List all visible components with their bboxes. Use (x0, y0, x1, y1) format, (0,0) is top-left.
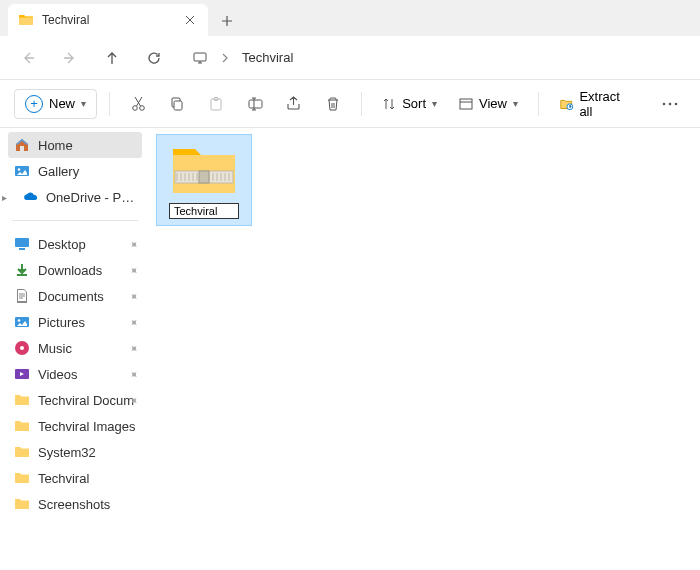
sidebar-item-music[interactable]: Music ✦ (8, 335, 142, 361)
zip-folder-icon (169, 141, 239, 199)
svg-rect-6 (249, 100, 262, 108)
downloads-icon (14, 262, 30, 278)
sidebar-item-downloads[interactable]: Downloads ✦ (8, 257, 142, 283)
sidebar-item-label: Music (38, 341, 136, 356)
plus-icon: + (25, 95, 43, 113)
sidebar-item-folder[interactable]: Screenshots (8, 491, 142, 517)
extract-all-button[interactable]: Extract all (551, 84, 639, 124)
sidebar-item-folder[interactable]: System32 (8, 439, 142, 465)
tab-title: Techviral (42, 13, 182, 27)
sidebar-item-videos[interactable]: Videos ✦ (8, 361, 142, 387)
navbar: Techviral (0, 36, 700, 80)
sidebar-item-label: Desktop (38, 237, 136, 252)
toolbar-separator (538, 92, 539, 116)
view-button[interactable]: View ▾ (451, 91, 526, 116)
sidebar-item-documents[interactable]: Documents ✦ (8, 283, 142, 309)
sidebar-item-gallery[interactable]: Gallery (8, 158, 142, 184)
sidebar-item-label: Downloads (38, 263, 136, 278)
svg-rect-16 (17, 274, 27, 276)
svg-point-18 (18, 319, 21, 322)
svg-rect-3 (174, 101, 182, 110)
monitor-icon (192, 50, 208, 66)
pictures-icon (14, 314, 30, 330)
sidebar-item-label: Gallery (38, 164, 136, 179)
chevron-down-icon: ▾ (81, 98, 86, 109)
forward-button[interactable] (58, 46, 82, 70)
breadcrumb[interactable]: Techviral (192, 50, 293, 66)
close-tab-button[interactable] (182, 12, 198, 28)
svg-rect-14 (15, 238, 29, 247)
videos-icon (14, 366, 30, 382)
view-label: View (479, 96, 507, 111)
extract-icon (559, 96, 574, 112)
new-tab-button[interactable] (212, 6, 242, 36)
svg-rect-7 (460, 99, 472, 109)
paste-button[interactable] (200, 86, 233, 122)
sidebar-item-label: Techviral Images (38, 419, 136, 434)
share-button[interactable] (277, 86, 310, 122)
view-icon (459, 97, 473, 111)
back-button[interactable] (16, 46, 40, 70)
gallery-icon (14, 163, 30, 179)
toolbar: + New ▾ Sort ▾ View ▾ Extract all (0, 80, 700, 128)
breadcrumb-current[interactable]: Techviral (242, 50, 293, 65)
folder-icon (14, 418, 30, 434)
sidebar-item-label: Screenshots (38, 497, 136, 512)
folder-icon (14, 496, 30, 512)
sidebar-separator (12, 220, 138, 221)
sidebar-item-folder[interactable]: Techviral Docum ✦ (8, 387, 142, 413)
sidebar-item-label: Home (38, 138, 136, 153)
up-button[interactable] (100, 46, 124, 70)
new-button-label: New (49, 96, 75, 111)
sidebar-item-home[interactable]: Home (8, 132, 142, 158)
chevron-right-icon[interactable]: ▸ (2, 192, 7, 203)
sidebar: Home Gallery ▸ OneDrive - Persona Deskto… (0, 128, 150, 570)
cut-button[interactable] (122, 86, 155, 122)
titlebar: Techviral (0, 0, 700, 36)
chevron-right-icon (220, 53, 230, 63)
svg-rect-23 (199, 171, 209, 183)
svg-point-1 (133, 106, 138, 111)
documents-icon (14, 288, 30, 304)
refresh-button[interactable] (142, 46, 166, 70)
chevron-down-icon: ▾ (513, 98, 518, 109)
sort-button[interactable]: Sort ▾ (374, 91, 445, 116)
svg-point-9 (662, 102, 665, 105)
rename-button[interactable] (239, 86, 272, 122)
more-button[interactable] (653, 86, 686, 122)
sidebar-item-label: Techviral Docum (38, 393, 136, 408)
sidebar-item-folder[interactable]: Techviral (8, 465, 142, 491)
file-item-zip[interactable] (156, 134, 252, 226)
sort-label: Sort (402, 96, 426, 111)
sort-icon (382, 97, 396, 111)
sidebar-item-label: Techviral (38, 471, 136, 486)
folder-icon (14, 392, 30, 408)
svg-point-10 (668, 102, 671, 105)
sidebar-item-folder[interactable]: Techviral Images (8, 413, 142, 439)
sidebar-item-onedrive[interactable]: ▸ OneDrive - Persona (8, 184, 142, 210)
svg-point-11 (674, 102, 677, 105)
music-icon (14, 340, 30, 356)
sidebar-item-label: Pictures (38, 315, 136, 330)
sidebar-item-label: OneDrive - Persona (46, 190, 136, 205)
sidebar-item-pictures[interactable]: Pictures ✦ (8, 309, 142, 335)
new-button[interactable]: + New ▾ (14, 89, 97, 119)
folder-icon (14, 444, 30, 460)
svg-point-2 (140, 106, 145, 111)
desktop-icon (14, 236, 30, 252)
content-area[interactable] (150, 128, 700, 570)
extract-label: Extract all (579, 89, 631, 119)
delete-button[interactable] (316, 86, 349, 122)
window-tab[interactable]: Techviral (8, 4, 208, 36)
sidebar-item-desktop[interactable]: Desktop ✦ (8, 231, 142, 257)
toolbar-separator (361, 92, 362, 116)
sidebar-item-label: Documents (38, 289, 136, 304)
folder-icon (18, 12, 34, 28)
file-name-input[interactable] (169, 203, 239, 219)
svg-rect-15 (19, 248, 25, 250)
sidebar-item-label: System32 (38, 445, 136, 460)
svg-point-20 (20, 346, 24, 350)
onedrive-icon (22, 189, 38, 205)
svg-point-13 (18, 168, 21, 171)
copy-button[interactable] (161, 86, 194, 122)
